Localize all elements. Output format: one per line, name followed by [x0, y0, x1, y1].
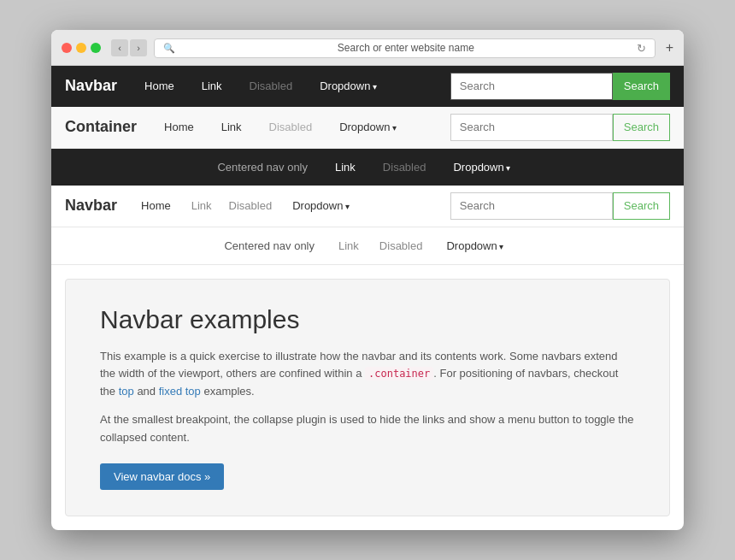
main-content-box: Navbar examples This example is a quick … — [65, 279, 670, 517]
view-navbar-docs-button[interactable]: View navbar docs » — [100, 463, 224, 490]
new-tab-button[interactable]: + — [666, 40, 673, 56]
code-container: .container — [365, 367, 433, 380]
navbar3-link-disabled: Disabled — [376, 157, 433, 177]
navbar4-search-input[interactable] — [450, 192, 613, 220]
navbar4-link-link[interactable]: Link — [188, 196, 215, 215]
browser-chrome: ‹ › 🔍 Search or enter website name ↻ + — [51, 30, 684, 66]
navbar4-link-disabled: Disabled — [226, 196, 276, 215]
navbar2-link-disabled: Disabled — [262, 117, 320, 137]
navbar-2: Container Home Link Disabled Dropdown Se… — [51, 107, 684, 149]
navbar3-dropdown[interactable]: Dropdown — [446, 157, 517, 177]
navbar4-search-group: Search — [450, 192, 670, 220]
main-desc-1-end: examples. — [201, 385, 255, 398]
minimize-button[interactable] — [76, 43, 86, 53]
navbar2-dropdown[interactable]: Dropdown — [332, 117, 403, 137]
navbar2-link-link[interactable]: Link — [215, 117, 249, 137]
navbar5-dropdown[interactable]: Dropdown — [439, 236, 510, 256]
address-text: Search or enter website name — [179, 42, 632, 54]
navbar1-link-link[interactable]: Link — [195, 76, 229, 96]
traffic-lights — [62, 43, 101, 53]
navbar1-link-disabled: Disabled — [243, 76, 300, 96]
navbar-4: Navbar Home Link Disabled Dropdown Searc… — [51, 186, 684, 227]
navbar3-centered-label: Centered nav only — [217, 161, 308, 174]
navbar1-brand: Navbar — [65, 77, 117, 95]
nav-buttons: ‹ › — [111, 39, 147, 56]
navbar5-link-link[interactable]: Link — [335, 236, 362, 256]
navbar2-link-home[interactable]: Home — [157, 117, 201, 137]
navbar2-brand: Container — [65, 118, 137, 136]
link-top[interactable]: top — [119, 385, 134, 398]
navbar4-link-home[interactable]: Home — [134, 196, 178, 215]
browser-window: ‹ › 🔍 Search or enter website name ↻ + N… — [51, 30, 684, 531]
forward-button[interactable]: › — [130, 39, 147, 56]
navbar4-dropdown[interactable]: Dropdown — [285, 196, 356, 215]
main-desc-1: This example is a quick exercise to illu… — [100, 348, 635, 401]
refresh-button[interactable]: ↻ — [637, 42, 646, 55]
navbar1-search-button[interactable]: Search — [613, 73, 670, 100]
close-button[interactable] — [62, 43, 72, 53]
link-fixed-top[interactable]: fixed top — [159, 385, 201, 398]
address-bar[interactable]: 🔍 Search or enter website name ↻ — [154, 38, 656, 58]
navbar1-search-group: Search — [450, 73, 670, 100]
navbar2-search-button[interactable]: Search — [613, 114, 670, 141]
navbar2-search-input[interactable] — [450, 114, 613, 141]
navbar4-brand: Navbar — [65, 197, 117, 215]
main-desc-2: At the smallest breakpoint, the collapse… — [100, 411, 635, 447]
navbar-3: Centered nav only Link Disabled Dropdown — [51, 149, 684, 186]
main-desc-1-between: and — [134, 385, 159, 398]
navbar1-search-input[interactable] — [450, 73, 613, 100]
navbar1-link-home[interactable]: Home — [138, 76, 181, 96]
navbar-1: Navbar Home Link Disabled Dropdown Searc… — [51, 66, 684, 107]
content-area: Navbar Home Link Disabled Dropdown Searc… — [51, 186, 684, 517]
navbar1-dropdown[interactable]: Dropdown — [313, 76, 384, 96]
navbar-5: Centered nav only Link Disabled Dropdown — [51, 227, 684, 265]
navbar4-search-button[interactable]: Search — [613, 192, 670, 220]
back-button[interactable]: ‹ — [111, 39, 128, 56]
maximize-button[interactable] — [91, 43, 101, 53]
navbar5-centered-label: Centered nav only — [224, 239, 315, 252]
navbar3-link-link[interactable]: Link — [328, 157, 362, 177]
navbar2-search-group: Search — [450, 114, 670, 141]
main-title: Navbar examples — [100, 305, 635, 334]
navbar5-link-disabled: Disabled — [376, 236, 426, 256]
